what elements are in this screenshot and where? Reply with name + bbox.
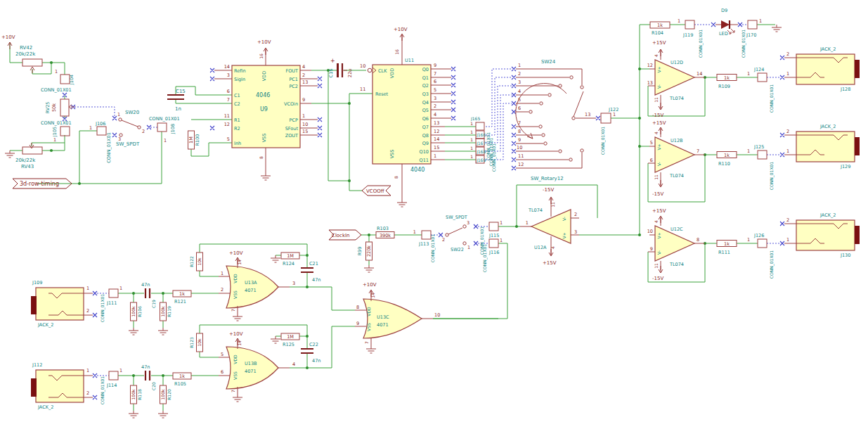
net-label-vcooff[interactable]: VCOOff bbox=[362, 186, 391, 196]
connector-j113[interactable]: 1 J113 CONN_01X01 bbox=[413, 229, 436, 262]
value-label: 390k bbox=[380, 233, 391, 238]
connector-j124[interactable]: 1J124CONN_01X01 bbox=[747, 67, 775, 113]
ref-label: C15 bbox=[176, 89, 186, 94]
resistor-r103[interactable]: R103 390k bbox=[376, 226, 394, 238]
gate-u13c[interactable]: U13C 4071 VDD VSS 14 7 8 9 10 bbox=[355, 291, 440, 346]
resistor-r123[interactable]: R123 10k bbox=[189, 333, 203, 352]
connector-j122[interactable]: J122 CONN_01X01 1 bbox=[600, 107, 618, 155]
capacitor-c16[interactable]: + C16 22u bbox=[328, 58, 353, 77]
switch-sw24-rotary[interactable]: SW24 SW_Rotary12 1 2 3 4 5 6 7 8 9 10 11… bbox=[516, 59, 596, 181]
opamp-u12b[interactable]: U12B TL074 5 6 7 4 11 V+ V- bbox=[648, 129, 705, 186]
ref-label: J165 bbox=[470, 116, 480, 122]
opamp-u12c[interactable]: U12C TL074 10 9 8 4 11 V+ V- bbox=[647, 217, 705, 270]
resistor-r105[interactable]: 1k R105 bbox=[173, 373, 191, 387]
opamp-u12a[interactable]: TL074 U12A 1 2 3 11 4 V- V+ bbox=[520, 198, 579, 255]
capacitor-c19[interactable]: 47n C19 bbox=[141, 282, 156, 308]
connector-j111[interactable]: CONN_01X01 J111 1 bbox=[100, 286, 122, 322]
pin-number: 11 bbox=[654, 174, 659, 180]
pin-number: 3 bbox=[518, 79, 521, 85]
capacitor-c22[interactable]: C22 47n bbox=[301, 342, 320, 364]
jack-j130[interactable]: JACK_2 J130 2 1 bbox=[784, 212, 860, 258]
capacitor-c15[interactable]: C15 1n bbox=[167, 89, 186, 112]
resistor-r104[interactable]: 1k R104 bbox=[650, 22, 670, 36]
ref-label: RV43 bbox=[21, 164, 34, 170]
pin-number: 14 bbox=[434, 136, 439, 142]
connector-stack-j165-j169[interactable]: 1 1 1 1 1 J165 J166 J167 J168 J169 CONN_… bbox=[470, 116, 497, 172]
ref-label: J126 bbox=[753, 233, 764, 238]
pin-name: Q11 bbox=[420, 158, 429, 163]
pot-rv25[interactable]: RV25 50k bbox=[45, 99, 75, 116]
value-label: 1M bbox=[287, 253, 294, 259]
connector-j104[interactable]: 1 J104 CONN_01X01 bbox=[41, 69, 75, 93]
connector-j114[interactable]: CONN_01X01 J114 1 bbox=[100, 368, 122, 404]
diode-d9-led[interactable]: D9 LED bbox=[715, 8, 738, 37]
value-label: 10k bbox=[197, 257, 202, 266]
pin-name: VSS bbox=[389, 150, 395, 159]
resistor-r109[interactable]: 1kR109 bbox=[717, 75, 737, 90]
connector-j170[interactable]: CONN_01X01 J170 1 bbox=[741, 18, 762, 58]
ic-u11-4040[interactable]: U11 4040 VDD VSS 16 8 CLK Reset 10 11 Q0… bbox=[360, 35, 451, 200]
ref-label: U13C bbox=[377, 314, 389, 320]
connector-j119[interactable]: 1 J119 CONN_01X01 bbox=[678, 18, 704, 58]
gate-u13b[interactable]: U13B 4071 VDD VSS 14 7 5 6 4 bbox=[219, 340, 295, 395]
pin-number: 5 bbox=[650, 140, 653, 146]
connector-j105[interactable]: CONN_01X01 J105 1 bbox=[41, 120, 72, 143]
pin-number: 1 bbox=[119, 286, 122, 291]
switch-sw22[interactable]: SW_SPDT SW22 2 3 1 bbox=[442, 215, 470, 252]
ic-u9-4046[interactable]: 4046 U9 VDD VSS 16 8 RefIn SigIn C1 C2 R… bbox=[214, 49, 318, 173]
pin-number: 11 bbox=[654, 263, 659, 269]
opamp-u12d[interactable]: U12D TL074 12 13 14 4 11 V+ V- bbox=[647, 49, 705, 108]
pot-rv42[interactable]: RV42 20k/22k bbox=[15, 45, 42, 73]
pin-name: V- bbox=[562, 217, 566, 221]
pin-number: 9 bbox=[434, 63, 436, 68]
resistor-r124[interactable]: 1M R124 bbox=[281, 252, 299, 267]
resistor-r120[interactable]: 100k R120 bbox=[160, 385, 172, 404]
resistor-r119[interactable]: 100k R119 bbox=[160, 302, 172, 321]
pot-rv43[interactable]: 20k/22k RV43 bbox=[15, 143, 42, 170]
resistor-r106[interactable]: 100k R106 bbox=[131, 302, 143, 321]
value-label: 50k bbox=[51, 103, 57, 112]
pin-number: 2 bbox=[442, 237, 445, 243]
capacitor-c21[interactable]: C21 47n bbox=[301, 261, 320, 283]
resistor-r118[interactable]: 100k R118 bbox=[131, 385, 143, 404]
value-label: 100k bbox=[160, 306, 165, 316]
power-label: +15V bbox=[543, 260, 557, 266]
pin-number: 4 bbox=[654, 54, 659, 57]
power-label: -15V bbox=[652, 191, 663, 197]
pin-number: 1 bbox=[119, 368, 122, 373]
connector-j108[interactable]: CONN_01X01 J108 1 bbox=[149, 116, 180, 143]
connector-j126[interactable]: 1J126CONN_01X01 bbox=[747, 233, 775, 279]
jack-j109[interactable]: J109 JACK_2 1 2 bbox=[31, 280, 93, 328]
resistor-r121[interactable]: 1k R121 bbox=[173, 290, 191, 305]
switch-sw20[interactable]: SW20 SW_SPDT 1 2 3 bbox=[116, 110, 145, 147]
pin-number: 13 bbox=[585, 112, 590, 117]
gate-u13a[interactable]: U13A 4071 VDD VSS 14 7 1 2 3 bbox=[219, 259, 295, 314]
resistor-r125[interactable]: 1M R125 bbox=[281, 333, 299, 347]
power-label: +10V bbox=[229, 331, 243, 337]
connector-j106[interactable]: J106 CONN_01X01 1 bbox=[89, 121, 112, 163]
ref-label: R105 bbox=[174, 381, 186, 387]
pin-number: 15 bbox=[302, 129, 308, 134]
capacitor-c20[interactable]: 47n C20 bbox=[141, 364, 156, 390]
ref-label: J106 bbox=[95, 121, 105, 127]
pin-name: Q7 bbox=[422, 124, 429, 130]
resistor-r122[interactable]: R122 10k bbox=[189, 252, 203, 271]
jack-j128[interactable]: JACK_2 J128 2 1 bbox=[784, 46, 860, 92]
value-label: CONN_01X01 bbox=[100, 294, 105, 322]
pin-number: 1 bbox=[470, 154, 473, 159]
resistor-r99[interactable]: R99 220k bbox=[357, 242, 373, 260]
resistor-r100[interactable]: 1M R100 bbox=[188, 131, 201, 149]
value-label: 47n bbox=[312, 358, 320, 364]
pin-number: 1 bbox=[470, 129, 473, 134]
jack-j129[interactable]: JACK_2 J129 2 1 bbox=[784, 124, 860, 170]
connector-j125[interactable]: 1J125CONN_01X01 bbox=[747, 144, 775, 190]
resistor-r110[interactable]: 1kR110 bbox=[717, 152, 737, 167]
pin-name: Q3 bbox=[422, 91, 429, 97]
power-label: +10V bbox=[1, 34, 15, 40]
resistor-r111[interactable]: 1kR111 bbox=[717, 241, 737, 256]
pin-number: 1 bbox=[470, 146, 473, 151]
net-label-clockin[interactable]: ClockIn bbox=[329, 230, 361, 240]
ref-label: J170 bbox=[746, 32, 756, 38]
jack-j112[interactable]: J112 JACK_2 1 2 bbox=[31, 362, 93, 410]
connector-j116[interactable]: J116 CONN_01X01 1 bbox=[482, 238, 503, 272]
